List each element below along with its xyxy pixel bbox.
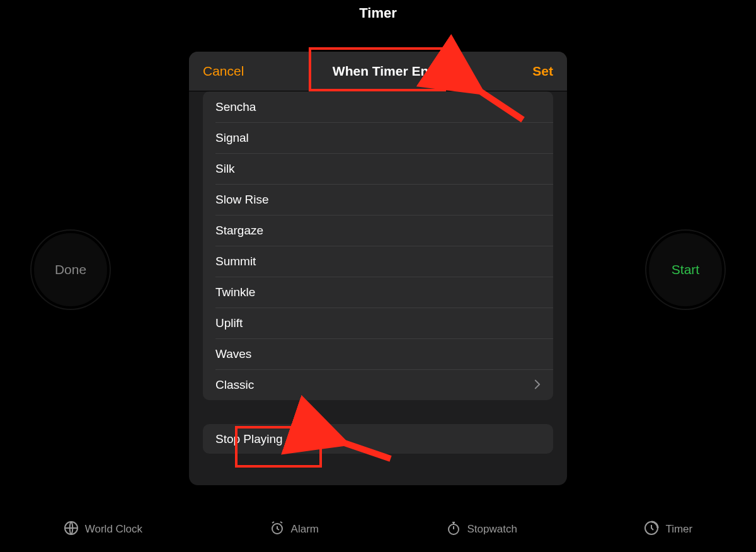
sound-row[interactable]: Summit xyxy=(203,246,553,277)
sound-label: Signal xyxy=(215,131,249,145)
tab-label: World Clock xyxy=(85,523,142,536)
sound-row[interactable]: Twinkle xyxy=(203,277,553,308)
stopwatch-icon xyxy=(446,520,461,539)
start-button[interactable]: Start xyxy=(646,231,724,309)
tab-label: Stopwatch xyxy=(467,523,517,536)
sound-row[interactable]: Silk xyxy=(203,153,553,184)
stop-playing-row[interactable]: Stop Playing xyxy=(203,424,553,454)
done-button[interactable]: Done xyxy=(32,231,110,309)
when-timer-ends-modal: Cancel When Timer Ends Set Sencha Signal… xyxy=(189,52,567,485)
screen: Timer Done Start Cancel When Timer Ends … xyxy=(0,0,756,552)
sound-row[interactable]: Signal xyxy=(203,122,553,153)
set-button[interactable]: Set xyxy=(532,64,553,79)
classic-row[interactable]: Classic xyxy=(203,369,553,400)
sound-row[interactable]: Stargaze xyxy=(203,215,553,246)
timer-icon xyxy=(644,520,659,539)
modal-header: Cancel When Timer Ends Set xyxy=(189,52,567,91)
sound-label: Sencha xyxy=(215,100,256,114)
tab-timer[interactable]: Timer xyxy=(644,520,692,539)
start-button-label: Start xyxy=(672,262,699,277)
tab-label: Timer xyxy=(665,523,692,536)
tab-stopwatch[interactable]: Stopwatch xyxy=(446,520,517,539)
sound-row[interactable]: Sencha xyxy=(203,91,553,122)
done-button-label: Done xyxy=(55,262,86,277)
page-title: Timer xyxy=(0,5,756,21)
classic-label: Classic xyxy=(215,378,254,392)
tab-world-clock[interactable]: World Clock xyxy=(64,520,142,539)
sound-label: Summit xyxy=(215,255,256,268)
sound-row[interactable]: Waves xyxy=(203,338,553,369)
stop-playing-section: Stop Playing xyxy=(203,424,553,454)
sound-label: Waves xyxy=(215,347,251,361)
tab-alarm[interactable]: Alarm xyxy=(270,520,319,539)
sound-label: Stargaze xyxy=(215,224,263,238)
modal-title: When Timer Ends xyxy=(328,61,449,81)
sound-row[interactable]: Slow Rise xyxy=(203,184,553,215)
globe-icon xyxy=(64,520,79,539)
sound-label: Twinkle xyxy=(215,285,255,299)
chevron-right-icon xyxy=(534,377,541,393)
sound-list: Sencha Signal Silk Slow Rise Stargaze Su… xyxy=(203,91,553,400)
sound-label: Slow Rise xyxy=(215,193,268,207)
sound-row[interactable]: Uplift xyxy=(203,308,553,338)
sound-list-group: Sencha Signal Silk Slow Rise Stargaze Su… xyxy=(203,91,553,400)
alarm-icon xyxy=(270,520,285,539)
tab-label: Alarm xyxy=(291,523,319,536)
sound-label: Uplift xyxy=(215,316,243,330)
tab-bar: World Clock Alarm Stopwatch Timer xyxy=(0,515,756,543)
stop-playing-label: Stop Playing xyxy=(215,432,283,446)
cancel-button[interactable]: Cancel xyxy=(203,64,244,79)
sound-label: Silk xyxy=(215,162,235,176)
